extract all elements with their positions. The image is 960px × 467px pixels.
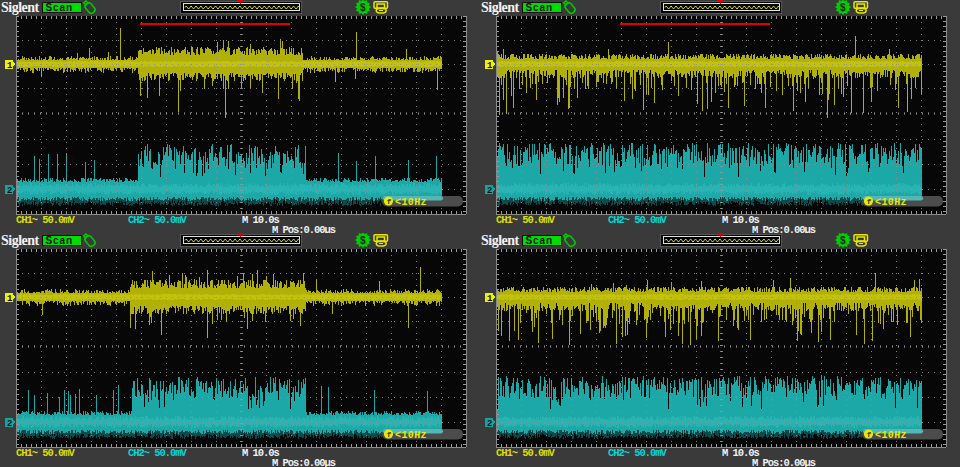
svg-text:Scan: Scan [46, 2, 74, 13]
svg-text:CH2~ 50.0mV: CH2~ 50.0mV [608, 447, 668, 459]
svg-text:2: 2 [487, 419, 492, 429]
svg-text:<10Hz: <10Hz [875, 197, 907, 208]
svg-text:$: $ [840, 235, 846, 246]
svg-text:M Pos:0.00µs: M Pos:0.00µs [752, 457, 816, 467]
svg-text:Scan: Scan [526, 2, 554, 13]
svg-text:CH1~ 50.0mV: CH1~ 50.0mV [496, 214, 556, 226]
svg-text:$: $ [360, 235, 366, 246]
svg-text:f: f [387, 198, 392, 206]
svg-text:1: 1 [487, 294, 493, 304]
svg-text:1: 1 [7, 294, 13, 304]
svg-text:M Pos:0.00µs: M Pos:0.00µs [272, 457, 336, 467]
svg-text:<10Hz: <10Hz [395, 430, 427, 441]
svg-text:CH1~ 50.0mV: CH1~ 50.0mV [496, 447, 556, 459]
svg-text:1: 1 [487, 61, 493, 71]
svg-text:CH2~ 50.0mV: CH2~ 50.0mV [128, 214, 188, 226]
svg-text:f: f [387, 431, 392, 439]
svg-text:<10Hz: <10Hz [875, 430, 907, 441]
svg-text:CH2~ 50.0mV: CH2~ 50.0mV [128, 447, 188, 459]
svg-text:Siglent: Siglent [1, 233, 40, 248]
svg-text:CH1~ 50.0mV: CH1~ 50.0mV [16, 214, 76, 226]
svg-text:Scan: Scan [526, 235, 554, 246]
svg-text:f: f [867, 198, 872, 206]
svg-text:<10Hz: <10Hz [395, 197, 427, 208]
svg-text:Siglent: Siglent [1, 0, 40, 15]
svg-text:2: 2 [7, 186, 12, 196]
svg-text:Siglent: Siglent [481, 0, 520, 15]
svg-text:Siglent: Siglent [481, 233, 520, 248]
svg-text:CH2~ 50.0mV: CH2~ 50.0mV [608, 214, 668, 226]
svg-text:$: $ [840, 2, 846, 13]
svg-text:f: f [867, 431, 872, 439]
svg-text:2: 2 [487, 186, 492, 196]
svg-text:$: $ [360, 2, 366, 13]
svg-text:CH1~ 50.0mV: CH1~ 50.0mV [16, 447, 76, 459]
svg-text:2: 2 [7, 419, 12, 429]
svg-text:Scan: Scan [46, 235, 74, 246]
svg-text:1: 1 [7, 61, 13, 71]
